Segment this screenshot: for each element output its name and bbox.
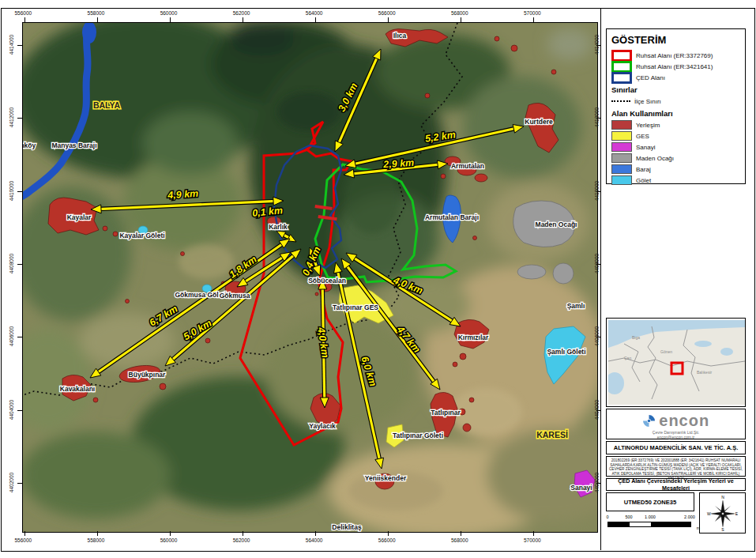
axis-label: 4410000 bbox=[594, 181, 600, 201]
axis-tick bbox=[461, 17, 461, 22]
inset-label: Çan bbox=[624, 356, 631, 360]
map-marginalia-panel: GÖSTERİM Ruhsat Alanı (ER:3372769)Ruhsat… bbox=[600, 9, 754, 550]
axis-label: 4406000 bbox=[594, 326, 600, 346]
place-label: Örenköy bbox=[23, 141, 36, 149]
axis-tick bbox=[315, 17, 316, 22]
axis-tick bbox=[170, 531, 171, 536]
legend-item-landuse-4: Baraj bbox=[611, 164, 740, 175]
axis-label: 560000 bbox=[160, 10, 178, 16]
legend-item-district-boundary: İlçe Sınırı bbox=[611, 96, 740, 107]
legend: GÖSTERİM Ruhsat Alanı (ER:3372769)Ruhsat… bbox=[606, 28, 746, 184]
axis-tick bbox=[170, 17, 171, 22]
inset-label: Balıkesir bbox=[697, 370, 713, 375]
map-canvas: IlıcaKurtdereArmutalanArmutalan BarajıMa… bbox=[22, 22, 598, 533]
scale-number: 2.000 bbox=[684, 515, 695, 519]
legend-item-landuse-2: Sanayi bbox=[611, 141, 740, 153]
scale-unit: m bbox=[697, 526, 700, 530]
map-title-box: ÇED Alanı Çevresindeki Yerleşim Yerleri … bbox=[606, 478, 746, 491]
place-label: Kayalar Göleti bbox=[119, 232, 164, 239]
axis-label: 4408000 bbox=[594, 254, 600, 273]
place-label: Manyas Barajı bbox=[51, 141, 96, 149]
axis-label: 4410000 bbox=[9, 181, 14, 201]
axis-tick bbox=[97, 531, 98, 536]
legend-item-outline-0: Ruhsat Alanı (ER:3372769) bbox=[611, 50, 740, 61]
encon-logo-text: encon bbox=[659, 412, 709, 429]
axis-tick bbox=[97, 17, 98, 22]
legend-title: GÖSTERİM bbox=[611, 34, 740, 46]
axis-label: 564000 bbox=[306, 10, 323, 16]
place-label: Yaylacık bbox=[309, 422, 336, 430]
place-label: Ilıca bbox=[393, 32, 407, 40]
axis-label: 560000 bbox=[160, 537, 178, 543]
axis-tick bbox=[17, 337, 22, 337]
place-label: Şamlı bbox=[567, 302, 585, 310]
satellite-map: IlıcaKurtdereArmutalanArmutalan BarajıMa… bbox=[23, 23, 597, 532]
encon-subline2: encon@encon.com.tr bbox=[607, 435, 745, 439]
axis-tick bbox=[24, 17, 25, 22]
legend-item-outline-1: Ruhsat Alanı (ER:3421641) bbox=[611, 61, 740, 72]
axis-label: 558000 bbox=[88, 537, 105, 543]
place-label: Tatlıpınar bbox=[431, 409, 461, 417]
compass-rose: N S W E bbox=[705, 494, 740, 532]
axis-label: 4414000 bbox=[9, 35, 14, 55]
project-description-line: CEVHER ZENGİNLEŞTİRME TESİSİ (TANK LİÇİ)… bbox=[607, 467, 745, 472]
distance-label: 4,9 km bbox=[167, 188, 199, 202]
axis-tick bbox=[461, 531, 461, 536]
axis-tick bbox=[315, 531, 316, 536]
place-label: Tatlıpınar Göleti bbox=[393, 432, 443, 439]
distance-label: 2,9 km bbox=[382, 157, 415, 171]
axis-label: 564000 bbox=[306, 537, 323, 543]
place-label: Kayalar bbox=[67, 213, 92, 221]
company-name-box: ALTINORDU MADENCİLİK SAN. VE TİC. A.Ş. bbox=[606, 441, 746, 454]
axis-label: 4414000 bbox=[594, 35, 600, 55]
axis-label: 4404000 bbox=[594, 399, 600, 419]
place-label: Gökmusa bbox=[220, 292, 250, 300]
scale-number: 500 bbox=[625, 515, 632, 519]
axis-tick bbox=[17, 483, 22, 484]
place-label: Kavakalanı bbox=[60, 385, 95, 393]
encon-logo-icon bbox=[642, 414, 656, 428]
place-label: Büyükpınar bbox=[129, 371, 166, 379]
projection-box: UTMED50 ZONE35 bbox=[606, 492, 694, 511]
axis-label: 568000 bbox=[451, 537, 468, 543]
svg-text:E: E bbox=[735, 511, 738, 516]
axis-label: 4408000 bbox=[9, 254, 14, 273]
place-label: Armutalan bbox=[451, 162, 484, 170]
axis-tick bbox=[533, 17, 534, 22]
legend-item-landuse-5: Gölet bbox=[611, 175, 740, 186]
axis-label: 562000 bbox=[233, 10, 250, 16]
axis-label: 4402000 bbox=[594, 473, 600, 492]
place-label: Söbücealan bbox=[308, 277, 346, 285]
district-label: BALYA bbox=[93, 100, 121, 110]
place-label: Yeniiskender bbox=[365, 474, 407, 482]
axis-tick bbox=[24, 531, 25, 536]
place-label: Karlık bbox=[269, 223, 288, 231]
overview-inset-map: BigaÇanGönenBalıkesir bbox=[606, 318, 746, 407]
axis-label: 4412000 bbox=[9, 107, 14, 127]
axis-tick bbox=[17, 264, 22, 265]
axis-label: 4402000 bbox=[9, 473, 14, 492]
axis-tick bbox=[17, 118, 22, 119]
place-label: Şamlı Göleti bbox=[547, 348, 585, 356]
axis-tick bbox=[388, 531, 389, 536]
dotted-line-symbol bbox=[611, 100, 630, 102]
axis-tick bbox=[388, 17, 389, 22]
legend-item-outline-2: ÇED Alanı bbox=[611, 72, 740, 83]
axis-label: 570000 bbox=[524, 537, 541, 543]
svg-text:N: N bbox=[721, 495, 724, 500]
place-label: Kurtdere bbox=[525, 118, 553, 126]
axis-tick bbox=[243, 531, 243, 536]
legend-item-landuse-1: GES bbox=[611, 130, 740, 141]
place-label: Maden Ocağı bbox=[536, 221, 577, 228]
svg-text:S: S bbox=[721, 527, 724, 532]
axis-label: 566000 bbox=[378, 537, 396, 543]
axis-label: 568000 bbox=[451, 10, 468, 16]
axis-label: 566000 bbox=[378, 10, 396, 16]
axis-tick bbox=[533, 531, 534, 536]
place-label: Tatlıpınar GES bbox=[333, 304, 378, 311]
scale-bar: 05001.0002.000 m bbox=[607, 515, 694, 535]
compass-box: N S W E bbox=[699, 492, 746, 533]
project-description-line: 201802269 (ER:3372769) VE 202001888 (ER:… bbox=[607, 458, 745, 463]
axis-label: 4412000 bbox=[594, 107, 600, 127]
axis-label: 556000 bbox=[15, 10, 32, 16]
